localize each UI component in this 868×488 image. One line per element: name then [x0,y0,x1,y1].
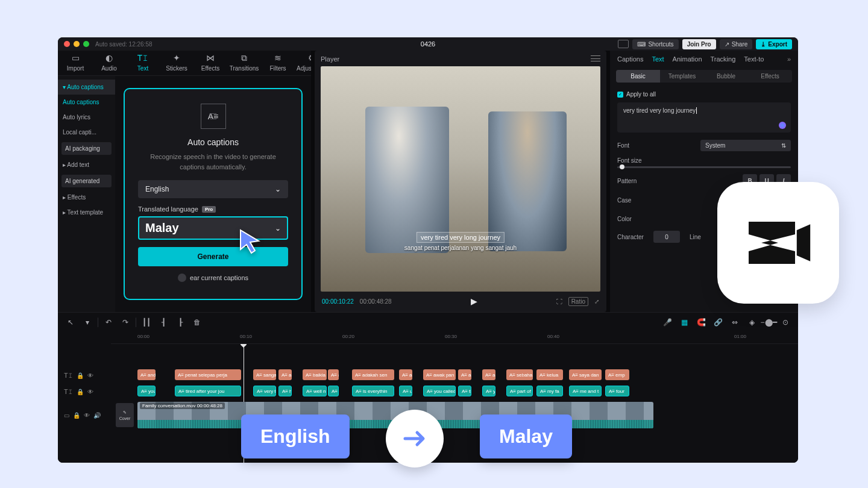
clear-captions-toggle[interactable]: ear current captions [138,274,288,282]
subtab-bubble[interactable]: Bubble [704,70,748,83]
caption-clip[interactable]: A≡ four [605,386,629,396]
caption-clip[interactable]: A≡ h [278,386,292,396]
caption-clip[interactable]: A≡ me and t [569,386,602,396]
video-preview[interactable]: very tired very long journey sangat pena… [321,66,600,292]
sidebar-item-text-template[interactable]: ▸ Text template [58,205,115,220]
caption-clip[interactable]: A≡ ad [278,369,292,380]
mic-icon[interactable]: 🎤 [661,316,674,329]
sidebar-item-add-text[interactable]: ▸ Add text [58,157,115,172]
tab-text-to[interactable]: Text-to [744,55,764,63]
caption-text-input[interactable]: very tired very long journey [617,102,791,133]
caption-clip[interactable]: A≡ sanga [253,369,276,380]
zoom-out[interactable]: −⬤━ [762,316,775,329]
caption-clip[interactable]: A≡ ad [399,369,412,380]
shortcuts-button[interactable]: ⌨Shortcuts [632,39,678,49]
caption-clip[interactable]: A≡ you [137,386,156,396]
tab-animation[interactable]: Animation [673,55,702,63]
tab-audio[interactable]: ◐Audio [98,52,121,72]
caption-clip[interactable]: A≡ is everythin [352,386,394,396]
tab-effects[interactable]: ⋈Effects [199,52,222,72]
sidebar-item-effects[interactable]: ▸ Effects [58,190,115,205]
apply-to-all-checkbox[interactable]: ✓Apply to all [617,91,791,98]
share-button[interactable]: ↗Share [720,39,753,49]
tab-adjustment[interactable]: ⚙Adjustment [300,52,311,72]
sidebar-item-ai-packaging[interactable]: AI packaging [61,142,112,155]
magnet-tool[interactable]: 🧲 [694,316,708,329]
subtab-templates[interactable]: Templates [660,70,704,83]
caption-track-en[interactable]: T𝙸🔒👁 A≡ youA≡ tired after your jouA≡ ver… [58,384,798,399]
caption-clip[interactable]: A≡ you [482,386,495,396]
caption-clip[interactable]: A≡ penat selepas perja [175,369,241,380]
link-tool[interactable]: 🔗 [711,316,725,329]
window-controls[interactable] [64,41,89,47]
tab-captions[interactable]: Captions [617,55,643,63]
sidebar-item-auto-lyrics[interactable]: Auto lyrics [58,110,115,125]
maximize-window-icon[interactable] [83,41,89,47]
ratio-button[interactable]: Ratio [568,297,588,306]
caption-clip[interactable]: A≡ tired after your jou [175,386,241,396]
minimize-window-icon[interactable] [74,41,80,47]
caption-clip[interactable]: A≡ a [328,386,339,396]
caption-clip[interactable]: A≡ emp [605,369,629,380]
caption-clip[interactable]: A≡ my fa [536,386,563,396]
caption-clip[interactable]: A≡ kelua [536,369,563,380]
sidebar-item-auto-captions[interactable]: Auto captions [58,95,115,110]
tab-filters[interactable]: ≋Filters [266,52,289,72]
font-select[interactable]: System⇅ [700,140,791,151]
caption-clip[interactable]: A≡ ad [482,369,495,380]
dropdown-icon[interactable]: ▾ [81,316,94,329]
cursor-tool[interactable]: ↖ [64,316,77,329]
caption-clip[interactable]: A≡ well n [303,386,327,396]
tab-stickers[interactable]: ✦Stickers [165,52,188,72]
caption-clip[interactable]: A≡ adakah sen [352,369,394,380]
sidebar-item-ai-generated[interactable]: AI generated [61,175,112,187]
sidebar-auto-captions-group[interactable]: ▾ Auto captions [58,80,115,95]
fontsize-slider[interactable] [617,166,791,168]
caption-clip[interactable]: A≡ ad [458,369,471,380]
ai-assist-icon[interactable] [779,122,786,129]
zoom-fit[interactable]: ⊙ [779,316,792,329]
caption-clip[interactable]: A≡ sebaha [506,369,533,380]
subtab-effects[interactable]: Effects [748,70,792,83]
sidebar-item-local-captions[interactable]: Local capti... [58,125,115,140]
tab-import[interactable]: ▭Import [64,52,87,72]
caption-clip[interactable]: A≡ u [399,386,412,396]
delete-tool[interactable]: 🗑 [190,316,204,329]
crop-icon[interactable]: ⛶ [556,298,562,305]
caption-clip[interactable]: A≡ a [328,369,339,380]
generate-button[interactable]: Generate [138,247,288,266]
close-window-icon[interactable] [64,41,70,47]
character-spacing-input[interactable]: 0 [653,231,680,243]
layout-icon[interactable] [618,40,629,48]
tab-text[interactable]: T𝙸Text [131,52,154,72]
caption-clip[interactable]: A≡ th [458,386,471,396]
tab-text-inspector[interactable]: Text [652,55,664,63]
caption-clip[interactable]: A≡ baikla [303,369,327,380]
timeline-ruler[interactable]: 00:00 00:10 00:20 00:30 00:40 01:00 [111,332,798,344]
translated-language-select[interactable]: Malay⌄ [138,216,288,240]
caption-clip[interactable]: A≡ you called [423,386,456,396]
join-pro-button[interactable]: Join Pro [682,39,716,49]
trim-left-tool[interactable]: ┨ [157,316,170,329]
subtab-basic[interactable]: Basic [616,70,660,83]
caption-clip[interactable]: A≡ and [137,369,156,380]
redo-button[interactable]: ↷ [119,316,132,329]
caption-track-ms[interactable]: T𝙸🔒👁 A≡ andA≡ penat selepas perjaA≡ sang… [58,368,798,383]
align-tool[interactable]: ⇔ [728,316,741,329]
tab-transitions[interactable]: ⧉Transitions [233,52,256,72]
caption-overlay[interactable]: very tired very long journey sangat pena… [404,231,517,251]
more-icon[interactable]: » [787,55,791,63]
tab-tracking[interactable]: Tracking [711,55,736,63]
play-button[interactable]: ▶ [471,296,477,306]
caption-clip[interactable]: A≡ part of [506,386,533,396]
fullscreen-icon[interactable]: ⤢ [594,298,599,305]
source-language-select[interactable]: English⌄ [138,180,288,198]
caption-clip[interactable]: A≡ awak pan [423,369,456,380]
snap-tool[interactable]: ▦ [678,316,691,329]
marker-tool[interactable]: ◈ [745,316,758,329]
split-tool[interactable]: ┃┃ [140,316,153,329]
undo-button[interactable]: ↶ [102,316,115,329]
export-button[interactable]: ⤓Export [756,39,792,49]
player-menu-icon[interactable] [591,55,600,61]
caption-clip[interactable]: A≡ very t [253,386,276,396]
